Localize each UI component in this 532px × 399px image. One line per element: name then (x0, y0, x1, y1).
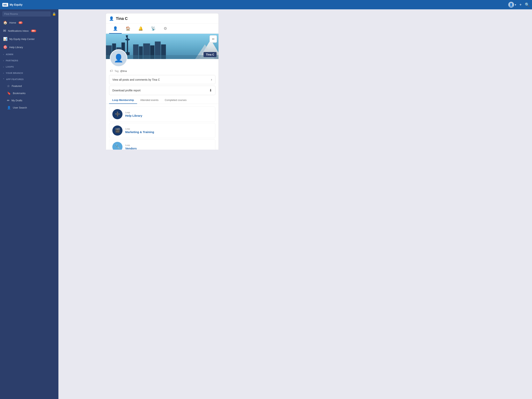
profile-user-icon: 👤 (109, 16, 114, 21)
download-report-row[interactable]: Download profile report ⬇ (109, 86, 215, 95)
loop-icon-vendors: 🔧 (112, 142, 122, 150)
partners-label: PARTNERS (6, 59, 18, 62)
section-admin[interactable]: › ADMIN (0, 51, 58, 58)
profile-title: Tina C (116, 16, 128, 21)
loop-item-vendors[interactable]: 🔧 Loop Vendors (109, 139, 215, 150)
loop-type-marketing: Loop (125, 128, 154, 130)
notifications-badge: 99+ (31, 30, 36, 32)
tab-profile[interactable]: 👤 (109, 24, 122, 34)
loop-list: ➕ Loop Help Library 🎬 Loop Marketing & T… (106, 104, 218, 150)
bookmarks-icon: 🔖 (7, 91, 11, 95)
sidebar-nav: 🏠 Home 97 ✉ Notifications Inbox 99+ 📊 My… (0, 19, 58, 150)
tag-area: 🏷 Tag @tina (106, 67, 218, 73)
profile-header-bar: 👤 Tina C (106, 13, 218, 24)
loop-info-help-library: Loop Help Library (125, 111, 142, 117)
sidebar-item-user-search[interactable]: 👤 User Search (0, 104, 58, 111)
featured-label: Featured (12, 84, 22, 87)
download-icon: ⬇ (209, 88, 212, 93)
top-navigation: ME My Equity 👤 ▾ + 🔍 (0, 0, 266, 9)
find-rooms-input[interactable] (2, 11, 51, 17)
chevron-loops: › (3, 66, 4, 68)
tab-loop-membership[interactable]: Loop Membership (109, 97, 137, 104)
user-search-icon: 👤 (7, 106, 11, 109)
home-label: Home (9, 21, 16, 24)
your-branch-label: YOUR BRANCH (6, 72, 23, 74)
help-center-icon: 📊 (3, 37, 7, 41)
sidebar-item-bookmarks[interactable]: 🔖 Bookmarks (0, 90, 58, 97)
user-search-label: User Search (13, 106, 27, 109)
loop-name-vendors: Vendors (125, 147, 137, 150)
sidebar-search-area: 🔒 (0, 9, 58, 19)
section-loops[interactable]: › LOOPS (0, 64, 58, 70)
tab-attended-events[interactable]: Attended events (137, 97, 162, 104)
section-your-branch[interactable]: › YOUR BRANCH (0, 70, 58, 76)
chevron-app-features: ˅ (3, 78, 4, 80)
loop-type-label: Loop (125, 111, 142, 114)
loop-icon-help-library: ➕ (112, 109, 122, 119)
tab-completed-courses[interactable]: Completed courses (162, 97, 190, 104)
banner-edit-button[interactable]: ✏ (209, 35, 217, 43)
first-aid-icon: ➕ (115, 112, 120, 117)
sidebar-item-notifications[interactable]: ✉ Notifications Inbox 99+ (0, 27, 58, 35)
chevron-admin: › (3, 53, 4, 56)
sidebar: 🔒 🏠 Home 97 ✉ Notifications Inbox 99+ 📊 … (0, 9, 58, 150)
view-posts-label: View all posts and comments by Tina C (112, 78, 160, 81)
banner-name-tag: Tina C (203, 52, 216, 57)
sidebar-item-my-drafts[interactable]: ✏ My Drafts (0, 97, 58, 104)
home-icon: 🏠 (3, 20, 7, 25)
avatar-person-icon: 👤 (114, 54, 123, 63)
my-drafts-label: My Drafts (12, 99, 22, 102)
brand-badge: ME (2, 3, 8, 7)
my-drafts-icon: ✏ (7, 99, 10, 102)
view-posts-row[interactable]: View all posts and comments by Tina C › (109, 75, 215, 84)
featured-icon: ☆ (7, 84, 10, 88)
tab-feed[interactable]: 📡 (147, 24, 160, 34)
loops-label: LOOPS (6, 66, 14, 68)
help-library-icon: 🎯 (3, 45, 7, 49)
chevron-right-icon: › (211, 77, 212, 82)
notifications-icon: ✉ (3, 29, 6, 33)
tag-icon: 🏷 (110, 69, 113, 73)
profile-panel: 👤 Tina C 👤 🏠 🔔 📡 ⚙ (106, 13, 219, 150)
sidebar-item-help-library[interactable]: 🎯 Help Library (0, 43, 58, 51)
loop-icon-marketing: 🎬 (112, 125, 122, 135)
loop-type-vendors: Loop (125, 144, 137, 146)
main-content: 👤 Tina C 👤 🏠 🔔 📡 ⚙ (58, 9, 266, 150)
notifications-label: Notifications Inbox (8, 29, 29, 32)
admin-label: ADMIN (6, 53, 13, 56)
brand-area: ME My Equity (2, 3, 23, 7)
tag-label: Tag (114, 70, 119, 72)
wrench-icon: 🔧 (115, 144, 120, 149)
loop-item-marketing-training[interactable]: 🎬 Loop Marketing & Training (109, 123, 215, 138)
tag-handle: @tina (120, 70, 127, 72)
avatar-area: 👤 (110, 49, 127, 67)
app-name: My Equity (10, 3, 23, 6)
loop-item-help-library[interactable]: ➕ Loop Help Library (109, 107, 215, 122)
app-features-label: APP FEATURES (6, 78, 24, 80)
sidebar-item-featured[interactable]: ☆ Featured (0, 82, 58, 90)
loop-name-help-library: Help Library (125, 114, 142, 117)
chevron-partners: › (3, 60, 4, 62)
video-icon: 🎬 (115, 128, 120, 133)
home-badge: 97 (19, 21, 23, 24)
svg-point-9 (125, 39, 130, 40)
help-center-label: My Equity Help Center (9, 38, 35, 40)
loop-info-vendors: Loop Vendors (125, 144, 137, 150)
tab-home[interactable]: 🏠 (122, 24, 134, 34)
section-partners[interactable]: › PARTNERS (0, 58, 58, 64)
tab-settings[interactable]: ⚙ (160, 24, 171, 34)
sidebar-item-home[interactable]: 🏠 Home 97 (0, 19, 58, 27)
sidebar-item-help-center[interactable]: 📊 My Equity Help Center (0, 35, 58, 43)
profile-tabs: 👤 🏠 🔔 📡 ⚙ (106, 24, 218, 34)
section-app-features[interactable]: ˅ APP FEATURES (0, 76, 58, 82)
tab-notifications[interactable]: 🔔 (134, 24, 147, 34)
help-library-label: Help Library (9, 46, 23, 49)
loop-info-marketing: Loop Marketing & Training (125, 128, 154, 134)
membership-tabs: Loop Membership Attended events Complete… (106, 97, 218, 104)
chevron-your-branch: › (3, 72, 4, 74)
bookmarks-label: Bookmarks (13, 92, 25, 95)
avatar: 👤 (110, 49, 127, 67)
lock-icon: 🔒 (52, 12, 56, 16)
loop-name-marketing: Marketing & Training (125, 130, 154, 134)
download-report-label: Download profile report (112, 89, 141, 92)
